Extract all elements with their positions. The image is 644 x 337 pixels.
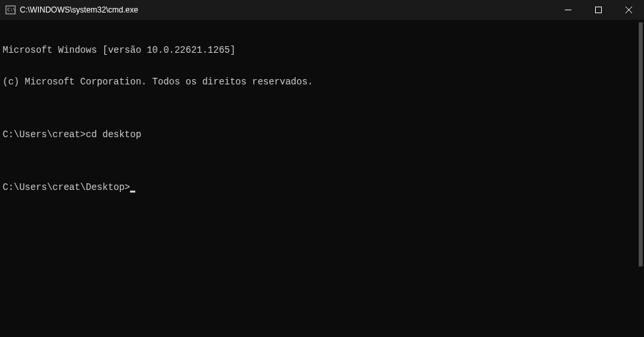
titlebar-left: C:\ C:\WINDOWS\system32\cmd.exe	[0, 5, 138, 15]
terminal-prompt: C:\Users\creat\Desktop>	[3, 182, 130, 193]
svg-rect-3	[596, 7, 602, 13]
terminal-line: Microsoft Windows [versão 10.0.22621.126…	[3, 45, 641, 55]
terminal-current-line: C:\Users\creat\Desktop>	[3, 182, 641, 193]
cmd-icon: C:\	[5, 5, 16, 15]
window-controls	[553, 0, 644, 20]
maximize-button[interactable]	[583, 0, 614, 20]
vertical-scrollbar[interactable]	[639, 22, 643, 266]
cursor	[130, 191, 135, 193]
terminal-command: cd desktop	[86, 129, 141, 140]
close-button[interactable]	[614, 0, 644, 20]
terminal-output[interactable]: Microsoft Windows [versão 10.0.22621.126…	[0, 20, 644, 337]
svg-text:C:\: C:\	[7, 7, 16, 13]
window-titlebar: C:\ C:\WINDOWS\system32\cmd.exe	[0, 0, 644, 20]
minimize-button[interactable]	[553, 0, 583, 20]
terminal-prompt: C:\Users\creat>	[3, 129, 86, 140]
window-title: C:\WINDOWS\system32\cmd.exe	[20, 5, 138, 15]
terminal-prompt-line: C:\Users\creat>cd desktop	[3, 129, 641, 140]
terminal-line: (c) Microsoft Corporation. Todos os dire…	[3, 77, 641, 87]
